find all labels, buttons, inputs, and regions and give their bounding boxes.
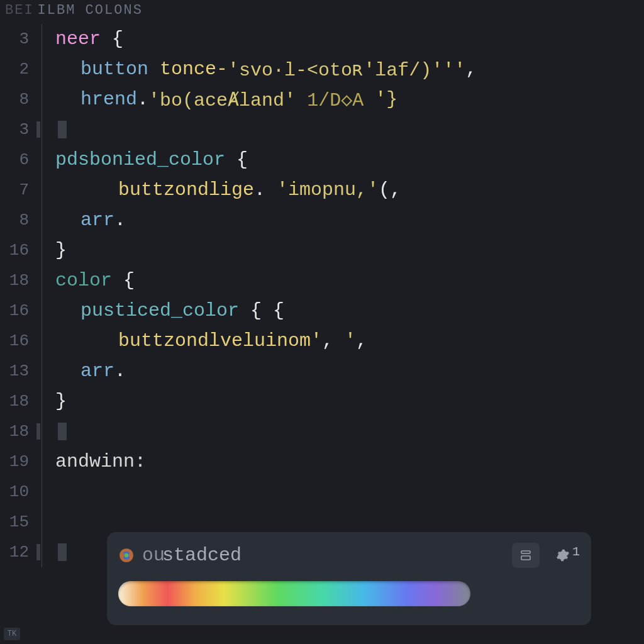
code-line[interactable]: button tonce-'svo·l-<otoʀ'laf/)''',: [55, 54, 644, 84]
popup-settings-button[interactable]: 1: [556, 548, 580, 563]
line-number: 15: [0, 507, 36, 537]
gutter: 32836781618161613181819101512: [0, 20, 36, 644]
color-spectrum-slider[interactable]: [118, 581, 470, 606]
line-number: 3: [0, 114, 36, 145]
line-number: 8: [0, 205, 36, 235]
popup-header: oustadced 1: [118, 541, 580, 570]
code-line[interactable]: hrend.'bo(aceȺland' 1/D◇A '}: [55, 84, 644, 114]
spectrum-gradient: [118, 581, 470, 606]
line-number: 13: [0, 356, 36, 386]
code-line[interactable]: andwinn:: [55, 447, 644, 477]
line-number: 16: [0, 296, 36, 326]
code-line[interactable]: [55, 114, 644, 145]
line-number: 16: [0, 235, 36, 265]
line-number: 18: [0, 416, 36, 447]
popup-gear-badge: 1: [572, 545, 580, 559]
line-number: 18: [0, 386, 36, 416]
code-line[interactable]: }: [55, 235, 644, 265]
code-line[interactable]: [55, 416, 644, 447]
line-number: 19: [0, 447, 36, 477]
code-line[interactable]: arr.: [55, 205, 644, 235]
header-title: ILBM COLONS: [38, 3, 143, 18]
line-number: 8: [0, 84, 36, 114]
line-number: 10: [0, 477, 36, 507]
code-line[interactable]: arr.: [55, 356, 644, 386]
header-bar: BEI ILBM COLONS: [0, 0, 644, 20]
code-line[interactable]: buttzondlveluinom', ',: [55, 326, 644, 356]
svg-point-1: [125, 553, 129, 558]
color-popup[interactable]: oustadced 1: [107, 532, 591, 625]
popup-logo-icon: [118, 547, 135, 564]
code-line[interactable]: pdsbonied_color {: [55, 145, 644, 175]
line-number: 6: [0, 145, 36, 175]
line-number: 16: [0, 326, 36, 356]
line-number: 3: [0, 24, 36, 54]
line-number: 12: [0, 537, 36, 567]
code-line[interactable]: color {: [55, 265, 644, 296]
gear-icon: [556, 548, 570, 562]
code-line[interactable]: neer {: [55, 24, 644, 54]
code-line[interactable]: [55, 477, 644, 507]
popup-layout-button[interactable]: [512, 543, 540, 568]
header-prefix: BEI: [5, 3, 34, 18]
line-number: 7: [0, 175, 36, 205]
line-number: 2: [0, 54, 36, 84]
code-line[interactable]: buttzondlige. 'imopnu,'(,: [55, 175, 644, 205]
svg-rect-3: [521, 556, 530, 560]
bottom-badge: TK: [4, 628, 20, 640]
code-line[interactable]: }: [55, 386, 644, 416]
code-line[interactable]: pusticed_color { {: [55, 296, 644, 326]
line-number: 18: [0, 265, 36, 296]
svg-rect-2: [521, 551, 530, 553]
popup-title: oustadced: [142, 545, 512, 566]
